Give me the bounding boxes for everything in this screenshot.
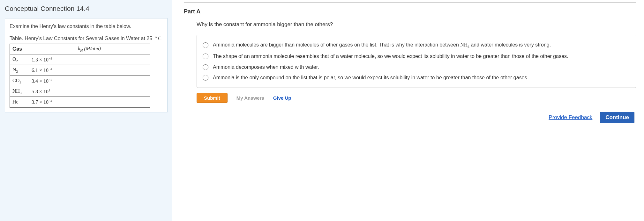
problem-box: Examine the Henry's law constants in the… xyxy=(5,18,168,112)
choice-radio[interactable] xyxy=(203,53,208,59)
section-title: Conceptual Connection 14.4 xyxy=(5,4,168,12)
table-row: He3.7 × 10−4 xyxy=(10,97,150,107)
value-cell: 3.7 × 10−4 xyxy=(29,97,150,107)
value-cell: 5.8 × 101 xyxy=(29,86,150,96)
my-answers-label: My Answers xyxy=(236,95,264,101)
table-row: N26.1 × 10−4 xyxy=(10,65,150,75)
submit-button[interactable]: Submit xyxy=(197,93,228,103)
choice-row[interactable]: The shape of an ammonia molecule resembl… xyxy=(203,51,630,62)
table-header-kh: kH (M/atm) xyxy=(29,44,150,54)
part-label: Part A xyxy=(184,8,636,15)
provide-feedback-link[interactable]: Provide Feedback xyxy=(549,114,592,121)
table-caption-unit: ° C xyxy=(154,36,161,41)
gas-cell: O2 xyxy=(10,54,29,65)
continue-button[interactable]: Continue xyxy=(600,112,634,123)
table-row: CO23.4 × 10−2 xyxy=(10,75,150,86)
page-container: Conceptual Connection 14.4 Examine the H… xyxy=(0,0,644,221)
question-text: Why is the constant for ammonia bigger t… xyxy=(197,21,636,28)
choice-radio[interactable] xyxy=(203,75,208,81)
button-row: Submit My Answers Give Up xyxy=(197,93,636,103)
table-body: O21.3 × 10−3N26.1 × 10−4CO23.4 × 10−2NH3… xyxy=(10,54,150,107)
gas-cell: He xyxy=(10,97,29,107)
bottom-row: Provide Feedback Continue xyxy=(184,112,636,123)
choice-row[interactable]: Ammonia molecules are bigger than molecu… xyxy=(203,39,630,51)
right-panel: Part A Why is the constant for ammonia b… xyxy=(172,0,644,221)
choice-radio[interactable] xyxy=(203,64,208,70)
choice-row[interactable]: Ammonia decomposes when mixed with water… xyxy=(203,62,630,73)
value-cell: 1.3 × 10−3 xyxy=(29,54,150,65)
choice-text: Ammonia molecules are bigger than molecu… xyxy=(213,41,551,49)
henrys-law-table: Gas kH (M/atm) O21.3 × 10−3N26.1 × 10−4C… xyxy=(10,44,150,108)
table-row: NH35.8 × 101 xyxy=(10,86,150,96)
divider xyxy=(184,2,636,3)
gas-cell: CO2 xyxy=(10,75,29,86)
question-area: Why is the constant for ammonia bigger t… xyxy=(184,21,636,103)
give-up-link[interactable]: Give Up xyxy=(273,95,291,101)
value-cell: 3.4 × 10−2 xyxy=(29,75,150,86)
choices-box: Ammonia molecules are bigger than molecu… xyxy=(197,35,636,88)
gas-cell: N2 xyxy=(10,65,29,75)
choice-text: The shape of an ammonia molecule resembl… xyxy=(213,53,568,60)
table-row: O21.3 × 10−3 xyxy=(10,54,150,65)
table-header-gas: Gas xyxy=(10,44,29,54)
table-caption: Table. Henry's Law Constants for Several… xyxy=(10,35,163,42)
choice-radio[interactable] xyxy=(203,42,208,48)
value-cell: 6.1 × 10−4 xyxy=(29,65,150,75)
choice-row[interactable]: Ammonia is the only compound on the list… xyxy=(203,72,630,83)
choice-text: Ammonia decomposes when mixed with water… xyxy=(213,64,319,71)
left-panel: Conceptual Connection 14.4 Examine the H… xyxy=(0,0,172,221)
gas-cell: NH3 xyxy=(10,86,29,96)
instruction-text: Examine the Henry's law constants in the… xyxy=(10,23,163,30)
table-caption-prefix: Table. Henry's Law Constants for Several… xyxy=(10,36,152,41)
choice-text: Ammonia is the only compound on the list… xyxy=(213,74,528,81)
